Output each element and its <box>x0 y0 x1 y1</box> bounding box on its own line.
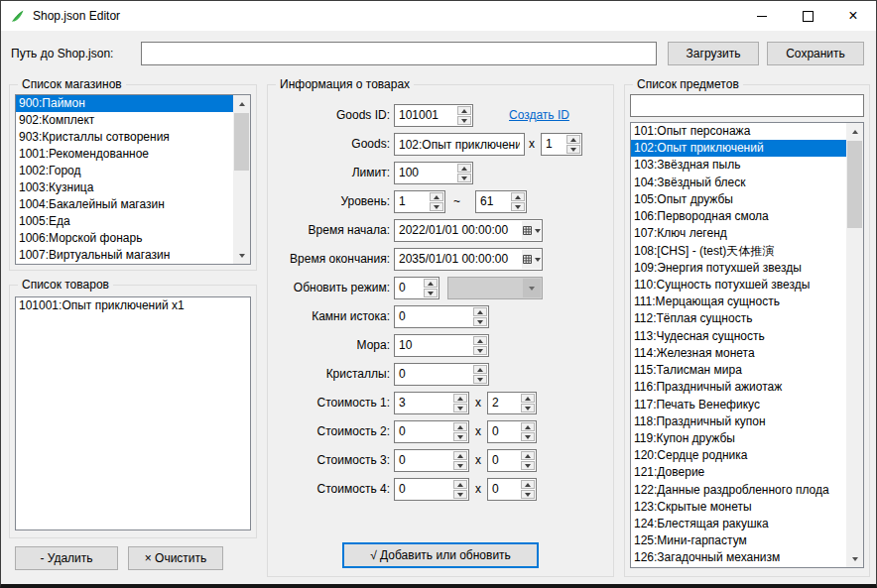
level-min-spinner-up-button[interactable] <box>430 192 443 201</box>
list-item[interactable]: 1002:Город <box>16 163 233 179</box>
list-item[interactable]: 114:Железная монета <box>631 345 846 362</box>
minimize-button[interactable] <box>739 1 785 31</box>
level-max-spinner[interactable]: 61 <box>475 190 527 213</box>
cost3-id-spinner-down-button[interactable] <box>453 461 467 470</box>
list-item[interactable]: 126:Загадочный механизм <box>631 549 846 566</box>
primogems-spinner-down-button[interactable] <box>473 317 487 326</box>
refresh-mode-spinner[interactable]: 0 <box>394 277 439 299</box>
goods-count-spinner-down-button[interactable] <box>566 145 580 154</box>
list-item[interactable]: 102:Опыт приключений <box>631 140 846 157</box>
scroll-down-button[interactable] <box>846 550 863 567</box>
mora-spinner[interactable]: 10 <box>394 334 489 357</box>
refresh-mode-spinner-down-button[interactable] <box>424 289 438 297</box>
shops-listbox[interactable]: 900:Паймон902:Комплект903:Кристаллы сотв… <box>15 94 251 265</box>
cost3-count-spinner-up-button[interactable] <box>521 451 535 460</box>
save-button[interactable]: Сохранить <box>767 42 864 65</box>
begin-time-picker-dropdown-button[interactable] <box>522 221 541 240</box>
limit-spinner[interactable]: 100 <box>394 162 473 184</box>
cost1-count-spinner-up-button[interactable] <box>521 394 535 403</box>
goods-id-spinner-down-button[interactable] <box>457 116 471 125</box>
refresh-mode-spinner-up-button[interactable] <box>424 279 438 288</box>
list-item[interactable]: 103:Звёздная пыль <box>631 157 846 174</box>
list-item[interactable]: 1005:Еда <box>16 213 233 230</box>
limit-spinner-down-button[interactable] <box>457 174 471 182</box>
cost1-count-spinner-down-button[interactable] <box>521 404 535 412</box>
path-input[interactable] <box>141 42 657 65</box>
crystals-spinner[interactable]: 0 <box>394 363 489 386</box>
goods-count-spinner-up-button[interactable] <box>566 135 580 144</box>
cost3-count-spinner-down-button[interactable] <box>521 461 535 470</box>
maximize-button[interactable] <box>785 1 830 31</box>
list-item[interactable]: 104:Звёздный блеск <box>631 175 846 191</box>
limit-spinner-up-button[interactable] <box>457 164 471 173</box>
cost4-count-spinner[interactable]: 0 <box>487 478 537 501</box>
list-item[interactable]: 106:Первородная смола <box>631 208 846 225</box>
list-item[interactable]: 123:Скрытые монеты <box>631 499 846 516</box>
delete-button[interactable]: - Удалить <box>15 546 118 570</box>
level-min-spinner-down-button[interactable] <box>430 202 443 211</box>
clear-button[interactable]: × Очистить <box>128 546 223 570</box>
end-time-picker[interactable]: 2035/01/01 00:00:00 <box>394 248 543 271</box>
list-item[interactable]: 120:Сердце родника <box>631 447 846 464</box>
scroll-thumb[interactable] <box>234 113 249 171</box>
close-button[interactable]: × <box>830 1 876 31</box>
list-item[interactable]: 111:Мерцающая сущность <box>631 294 846 310</box>
list-item[interactable]: 112:Тёплая сущность <box>631 310 846 327</box>
list-item[interactable]: 113:Чудесная сущность <box>631 328 846 345</box>
add-or-update-button[interactable]: √ Добавить или обновить <box>342 542 539 568</box>
mora-spinner-down-button[interactable] <box>473 346 487 355</box>
level-max-spinner-up-button[interactable] <box>511 192 525 201</box>
scroll-up-button[interactable] <box>846 123 863 140</box>
scroll-thumb[interactable] <box>847 141 862 228</box>
cost4-count-spinner-up-button[interactable] <box>521 480 535 489</box>
list-item[interactable]: 117:Печать Венефикус <box>631 397 846 413</box>
load-button[interactable]: Загрузить <box>668 42 759 65</box>
list-item[interactable]: 1001:Рекомендованное <box>16 146 233 163</box>
list-item[interactable]: 124:Блестящая ракушка <box>631 516 846 532</box>
primogems-spinner[interactable]: 0 <box>394 305 489 328</box>
list-item[interactable]: 101001:Опыт приключений x1 <box>16 297 250 314</box>
level-min-spinner[interactable]: 1 <box>394 190 445 213</box>
cost2-id-spinner-up-button[interactable] <box>453 422 467 431</box>
list-item[interactable]: 108:[CHS] - (test)天体推演 <box>631 243 846 260</box>
cost4-count-spinner-down-button[interactable] <box>521 490 535 499</box>
list-item[interactable]: 110:Сущность потухшей звезды <box>631 277 846 294</box>
cost1-id-spinner-up-button[interactable] <box>453 394 467 403</box>
crystals-spinner-up-button[interactable] <box>473 365 487 374</box>
items-search-input[interactable] <box>630 94 864 117</box>
cost4-id-spinner-down-button[interactable] <box>453 490 467 499</box>
list-item[interactable]: 125:Мини-гарпастум <box>631 532 846 549</box>
list-item[interactable]: 109:Энергия потухшей звезды <box>631 260 846 277</box>
scroll-down-button[interactable] <box>233 247 250 264</box>
cost3-count-spinner[interactable]: 0 <box>487 449 537 472</box>
create-id-link[interactable]: Создать ID <box>509 108 569 122</box>
crystals-spinner-down-button[interactable] <box>473 375 487 384</box>
list-item[interactable]: 1007:Виртуальный магазин <box>16 247 233 264</box>
goods-listbox[interactable]: 101001:Опыт приключений x1 <box>15 296 251 530</box>
list-item[interactable]: 1004:Бакалейный магазин <box>16 196 233 213</box>
end-time-picker-dropdown-button[interactable] <box>522 250 541 269</box>
list-item[interactable]: 118:Праздничный купон <box>631 413 846 430</box>
list-item[interactable]: 902:Комплект <box>16 112 233 129</box>
list-item[interactable]: 115:Талисман мира <box>631 362 846 379</box>
begin-time-picker[interactable]: 2022/01/01 00:00:00 <box>394 219 543 242</box>
primogems-spinner-up-button[interactable] <box>473 307 487 316</box>
cost2-count-spinner-down-button[interactable] <box>521 432 535 441</box>
list-item[interactable]: 101:Опыт персонажа <box>631 123 846 140</box>
cost1-id-spinner[interactable]: 3 <box>394 392 469 414</box>
list-item[interactable]: 119:Купон дружбы <box>631 430 846 447</box>
goods-input[interactable] <box>394 133 525 156</box>
items-listbox[interactable]: 101:Опыт персонажа102:Опыт приключений10… <box>630 122 864 568</box>
items-scrollbar[interactable] <box>846 123 863 567</box>
list-item[interactable]: 105:Опыт дружбы <box>631 191 846 208</box>
goods-count-spinner[interactable]: 1 <box>541 133 582 156</box>
cost1-id-spinner-down-button[interactable] <box>453 404 467 412</box>
list-item[interactable]: 122:Данные раздробленного плода <box>631 482 846 499</box>
list-item[interactable]: 900:Паймон <box>16 95 233 112</box>
goods-id-spinner-up-button[interactable] <box>457 106 471 115</box>
mora-spinner-up-button[interactable] <box>473 336 487 345</box>
list-item[interactable]: 1003:Кузница <box>16 179 233 196</box>
cost1-count-spinner[interactable]: 2 <box>487 392 537 414</box>
list-item[interactable]: 107:Ключ легенд <box>631 225 846 242</box>
list-item[interactable]: 121:Доверие <box>631 464 846 481</box>
